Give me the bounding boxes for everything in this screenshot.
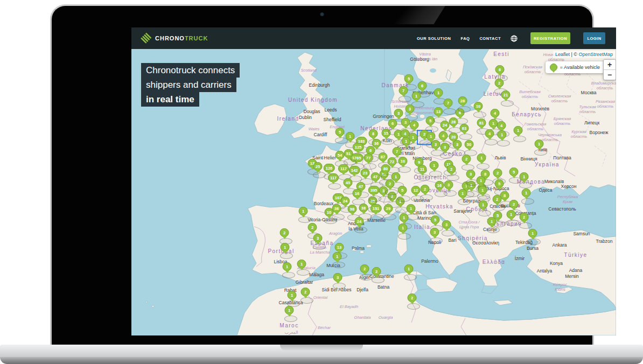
vehicle-cluster-marker[interactable]: 117 xyxy=(328,173,339,182)
vehicle-cluster-marker[interactable]: 3 xyxy=(430,228,439,236)
vehicle-cluster-marker[interactable]: 2 xyxy=(447,165,456,173)
vehicle-cluster-marker[interactable]: 98 xyxy=(348,205,357,213)
vehicle-cluster-marker[interactable]: 4 xyxy=(491,109,500,117)
vehicle-cluster-marker[interactable]: 1 xyxy=(507,210,516,219)
vehicle-cluster-marker[interactable]: 13 xyxy=(335,243,344,251)
vehicle-cluster-marker[interactable]: 4 xyxy=(497,121,506,130)
vehicle-cluster-marker[interactable]: 7 xyxy=(444,99,453,107)
vehicle-cluster-marker[interactable]: 3 xyxy=(466,170,476,178)
vehicle-cluster-marker[interactable]: 63 xyxy=(460,124,469,132)
vehicle-cluster-marker[interactable]: 3 xyxy=(431,140,441,149)
vehicle-cluster-marker[interactable]: 10 xyxy=(399,157,408,165)
registration-button[interactable]: REGISTRATION xyxy=(530,32,570,44)
vehicle-cluster-marker[interactable]: 1 xyxy=(514,126,523,135)
vehicle-cluster-marker[interactable]: 21 xyxy=(501,90,511,99)
vehicle-cluster-marker[interactable]: 3 xyxy=(333,273,343,282)
vehicle-cluster-marker[interactable]: 2 xyxy=(386,179,395,188)
vehicle-cluster-marker[interactable]: 3 xyxy=(406,104,415,113)
vehicle-cluster-marker[interactable]: 1 xyxy=(288,291,297,299)
vehicle-cluster-marker[interactable]: 1 xyxy=(400,213,409,222)
vehicle-cluster-marker[interactable]: 1 xyxy=(477,176,486,185)
vehicle-cluster-marker[interactable]: 6 xyxy=(418,81,427,90)
vehicle-cluster-marker[interactable]: 2 xyxy=(408,293,417,302)
vehicle-cluster-marker[interactable]: 1 xyxy=(487,217,497,226)
vehicle-cluster-marker[interactable]: 2 xyxy=(520,213,529,221)
vehicle-cluster-marker[interactable]: 28 xyxy=(449,117,458,126)
vehicle-cluster-marker[interactable]: 395 xyxy=(368,186,380,194)
vehicle-cluster-marker[interactable]: 126 xyxy=(324,164,335,172)
vehicle-cluster-marker[interactable]: 50 xyxy=(465,140,474,149)
nav-item[interactable]: CONTACT xyxy=(479,36,501,41)
vehicle-cluster-marker[interactable]: 24 xyxy=(355,217,364,226)
vehicle-cluster-marker[interactable]: 38 xyxy=(359,204,368,212)
vehicle-cluster-marker[interactable]: 1 xyxy=(520,172,529,181)
nav-item[interactable]: OUR SOLUTION xyxy=(417,36,451,41)
chronotruck-logo[interactable]: CHRONOTRUCK xyxy=(141,33,208,44)
vehicle-cluster-marker[interactable]: 1 xyxy=(427,132,436,141)
vehicle-cluster-marker[interactable]: 1 xyxy=(333,252,342,261)
vehicle-cluster-marker[interactable]: 3 xyxy=(313,234,323,242)
vehicle-cluster-marker[interactable]: 1 xyxy=(434,88,443,97)
vehicle-cluster-marker[interactable]: 10 xyxy=(474,102,483,110)
vehicle-cluster-marker[interactable]: 24 xyxy=(441,121,450,129)
vehicle-cluster-marker[interactable]: 7 xyxy=(393,147,402,156)
vehicle-cluster-marker[interactable]: 5 xyxy=(431,215,440,224)
vehicle-cluster-marker[interactable]: 5 xyxy=(495,179,504,188)
vehicle-cluster-marker[interactable]: 1 xyxy=(404,264,414,273)
vehicle-cluster-marker[interactable]: 3 xyxy=(442,220,451,229)
vehicle-cluster-marker[interactable]: 54 xyxy=(336,151,345,159)
vehicle-cluster-marker[interactable]: 1 xyxy=(477,153,486,162)
vehicle-cluster-marker[interactable]: 1 xyxy=(346,132,355,141)
vehicle-cluster-marker[interactable]: 6 xyxy=(388,119,397,128)
vehicle-cluster-marker[interactable]: 5 xyxy=(404,74,414,83)
vehicle-cluster-marker[interactable]: 13 xyxy=(434,107,443,116)
vehicle-cluster-marker[interactable]: 1 xyxy=(283,262,292,271)
vehicle-cluster-marker[interactable]: 2 xyxy=(421,185,430,193)
vehicle-cluster-marker[interactable]: 80 xyxy=(381,164,390,173)
vehicle-cluster-marker[interactable]: 3 xyxy=(441,143,450,151)
vehicle-cluster-marker[interactable]: 1 xyxy=(281,243,290,251)
vehicle-cluster-marker[interactable]: 5 xyxy=(336,128,345,136)
leaflet-link[interactable]: Leaflet xyxy=(555,52,570,57)
vehicle-cluster-marker[interactable]: 3 xyxy=(401,118,410,127)
vehicle-cluster-marker[interactable]: 23 xyxy=(361,169,370,177)
vehicle-cluster-marker[interactable]: 4 xyxy=(439,131,448,140)
vehicle-cluster-marker[interactable]: 2 xyxy=(493,195,502,204)
vehicle-cluster-marker[interactable]: 81 xyxy=(477,118,486,127)
vehicle-cluster-marker[interactable]: 7 xyxy=(399,86,408,95)
vehicle-cluster-marker[interactable]: 51 xyxy=(344,149,353,158)
vehicle-cluster-marker[interactable]: 3 xyxy=(453,140,462,149)
vehicle-cluster-marker[interactable]: 1 xyxy=(285,306,294,314)
vehicle-cluster-marker[interactable]: 1 xyxy=(297,260,306,268)
login-button[interactable]: LOGIN xyxy=(583,32,605,44)
vehicle-cluster-marker[interactable]: 1 xyxy=(409,133,418,142)
vehicle-cluster-marker[interactable]: 1 xyxy=(430,161,439,170)
vehicle-cluster-marker[interactable]: 72 xyxy=(388,157,397,166)
vehicle-cluster-marker[interactable]: 2 xyxy=(372,267,381,276)
vehicle-cluster-marker[interactable]: 1 xyxy=(478,186,487,194)
zoom-in-button[interactable]: + xyxy=(604,60,616,70)
vehicle-cluster-marker[interactable]: 8 xyxy=(369,129,378,138)
vehicle-cluster-marker[interactable]: 3 xyxy=(394,109,403,117)
vehicle-cluster-marker[interactable]: 24 xyxy=(341,197,350,205)
vehicle-cluster-marker[interactable]: 25 xyxy=(313,162,323,171)
vehicle-cluster-marker[interactable]: 2 xyxy=(301,288,310,296)
vehicle-cluster-marker[interactable]: 125 xyxy=(353,143,364,151)
vehicle-cluster-marker[interactable]: 2 xyxy=(308,223,317,232)
vehicle-cluster-marker[interactable]: 16 xyxy=(353,189,362,198)
vehicle-cluster-marker[interactable]: 6 xyxy=(495,65,505,74)
osm-link[interactable]: OpenStreetMap xyxy=(578,52,613,57)
vehicle-cluster-marker[interactable]: 4 xyxy=(485,129,494,138)
vehicle-cluster-marker[interactable]: 2 xyxy=(280,228,289,237)
vehicle-cluster-marker[interactable]: 36 xyxy=(332,204,341,213)
vehicle-cluster-marker[interactable]: 11 xyxy=(418,165,427,173)
vehicle-cluster-marker[interactable]: 29 xyxy=(384,204,393,213)
vehicle-cluster-marker[interactable]: 117 xyxy=(338,164,349,173)
vehicle-cluster-marker[interactable]: 87 xyxy=(379,152,388,161)
vehicle-cluster-marker[interactable]: 2 xyxy=(495,79,504,87)
vehicle-cluster-marker[interactable]: 1 xyxy=(479,200,488,209)
vehicle-cluster-marker[interactable]: 12 xyxy=(411,186,421,194)
vehicle-cluster-marker[interactable]: 1 xyxy=(407,204,416,213)
vehicle-cluster-marker[interactable]: 1 xyxy=(412,92,421,100)
language-globe-icon[interactable] xyxy=(511,35,518,42)
